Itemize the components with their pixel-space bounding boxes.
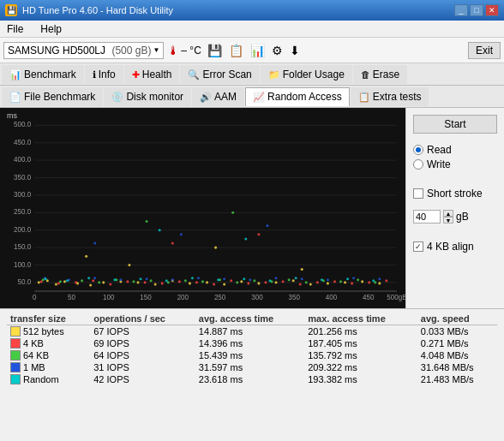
svg-point-67 [161, 282, 164, 284]
svg-point-91 [184, 279, 187, 282]
svg-point-131 [268, 279, 271, 282]
svg-text:50.0: 50.0 [18, 278, 32, 286]
svg-point-58 [301, 268, 303, 271]
close-button[interactable]: ✕ [485, 4, 499, 16]
tab-extra-tests[interactable]: 📋 Extra tests [351, 87, 429, 106]
radio-write-item[interactable]: Write [413, 158, 497, 170]
window-title: HD Tune Pro 4.60 - Hard Disk Utility [22, 5, 173, 15]
tab-random-access[interactable]: 📈 Random Access [245, 87, 350, 106]
icon-btn-1[interactable]: 💾 [205, 42, 225, 59]
col-header-max: max. access time [304, 313, 417, 325]
svg-point-118 [378, 277, 381, 280]
minimize-button[interactable]: _ [454, 4, 468, 16]
table-row: 4 KB 69 IOPS 14.396 ms 187.405 ms 0.271 … [7, 337, 497, 349]
svg-point-122 [45, 277, 47, 280]
svg-point-36 [63, 280, 66, 283]
y-axis-label: ms [7, 111, 18, 120]
tab-file-benchmark[interactable]: 📄 File Benchmark [2, 87, 103, 106]
svg-point-45 [206, 281, 208, 283]
svg-text:400.0: 400.0 [14, 156, 32, 164]
tab-folder-usage[interactable]: 📁 Folder Usage [261, 65, 352, 84]
start-button[interactable]: Start [413, 115, 497, 134]
extra-tests-icon: 📋 [358, 92, 370, 103]
file-benchmark-icon: 📄 [9, 92, 21, 103]
svg-point-113 [249, 278, 251, 281]
svg-point-59 [85, 255, 87, 258]
short-stroke-item[interactable]: Short stroke [413, 188, 497, 200]
main-content: ms 500.0 450.0 400.0 350.0 300.0 250.0 2… [0, 108, 504, 308]
svg-point-129 [217, 278, 219, 281]
svg-point-38 [89, 283, 92, 286]
svg-point-125 [113, 278, 116, 281]
svg-point-100 [339, 280, 342, 283]
menu-help[interactable]: Help [37, 22, 65, 36]
tab-erase[interactable]: 🗑 Erase [353, 65, 407, 84]
legend-color-1 [10, 338, 21, 349]
cell-max-4: 193.382 ms [304, 373, 417, 385]
svg-point-115 [301, 277, 303, 280]
radio-write-button[interactable] [413, 159, 423, 170]
svg-point-126 [140, 277, 142, 280]
cell-legend-1: 4 KB [7, 337, 90, 349]
menu-file[interactable]: File [3, 22, 27, 36]
toolbar: SAMSUNG HD500LJ (500 gB) 🌡 – °C 💾 📋 📊 ⚙ … [0, 38, 504, 63]
cell-legend-0: 512 bytes [7, 325, 90, 338]
legend-color-2 [10, 350, 21, 361]
maximize-button[interactable]: □ [470, 4, 483, 16]
svg-point-119 [180, 233, 183, 235]
svg-point-130 [243, 277, 245, 280]
right-panel: Start Read Write Short stroke ▲ ▼ [405, 108, 504, 308]
legend-color-3 [10, 362, 21, 372]
svg-text:450: 450 [363, 294, 375, 301]
svg-point-47 [240, 280, 243, 283]
icon-btn-3[interactable]: 📊 [248, 42, 267, 59]
icon-btn-2[interactable]: 📋 [226, 42, 246, 59]
tab-disk-monitor[interactable]: 💿 Disk monitor [104, 87, 191, 106]
icon-btn-4[interactable]: ⚙ [269, 42, 285, 59]
svg-point-133 [321, 278, 323, 281]
tab-error-scan[interactable]: 🔍 Error Scan [180, 65, 259, 84]
svg-point-128 [191, 277, 194, 279]
tab-extra-tests-label: Extra tests [373, 91, 422, 103]
cell-avg-2: 15.439 ms [195, 349, 304, 361]
svg-point-95 [253, 279, 255, 282]
stroke-spinner: ▲ ▼ [443, 210, 453, 223]
temperature-display: 🌡 – °C [167, 44, 201, 57]
svg-point-111 [197, 277, 200, 279]
tab-aam[interactable]: 🔊 AAM [192, 87, 244, 106]
toolbar-icons: 💾 📋 📊 ⚙ ⬇ [205, 42, 303, 59]
svg-text:500.0: 500.0 [14, 121, 32, 128]
tab-benchmark[interactable]: 📊 Benchmark [2, 65, 84, 84]
radio-read-label: Read [427, 144, 452, 156]
stroke-spin-up[interactable]: ▲ [443, 210, 453, 217]
radio-read-button[interactable] [413, 145, 423, 155]
exit-button[interactable]: Exit [468, 42, 501, 59]
svg-point-68 [178, 280, 181, 283]
tab-disk-monitor-label: Disk monitor [126, 91, 183, 103]
svg-text:450.0: 450.0 [14, 139, 32, 146]
tab-info[interactable]: ℹ Info [85, 65, 123, 84]
cell-speed-4: 21.483 MB/s [417, 373, 497, 385]
folder-usage-icon: 📁 [268, 69, 280, 80]
svg-text:400: 400 [326, 294, 338, 301]
svg-point-109 [146, 277, 148, 280]
align-item[interactable]: ✓ 4 KB align [413, 241, 497, 253]
align-checkbox[interactable]: ✓ [413, 241, 423, 252]
stroke-input[interactable] [413, 210, 441, 223]
legend-color-0 [10, 326, 21, 337]
drive-dropdown[interactable]: SAMSUNG HD500LJ (500 gB) [3, 42, 164, 59]
stroke-spin-down[interactable]: ▼ [443, 217, 453, 223]
svg-point-44 [189, 282, 191, 284]
short-stroke-checkbox[interactable] [413, 188, 423, 199]
svg-point-76 [316, 281, 319, 283]
radio-read-item[interactable]: Read [413, 144, 497, 156]
svg-rect-0 [0, 108, 405, 308]
svg-text:500gB: 500gB [387, 294, 405, 301]
tab-info-label: Info [99, 69, 116, 80]
svg-point-73 [264, 281, 267, 283]
svg-point-112 [223, 277, 225, 280]
tab-health[interactable]: ✚ Health [124, 65, 180, 84]
cell-avg-1: 14.396 ms [195, 337, 304, 349]
svg-point-103 [146, 220, 148, 223]
icon-btn-5[interactable]: ⬇ [287, 42, 303, 59]
